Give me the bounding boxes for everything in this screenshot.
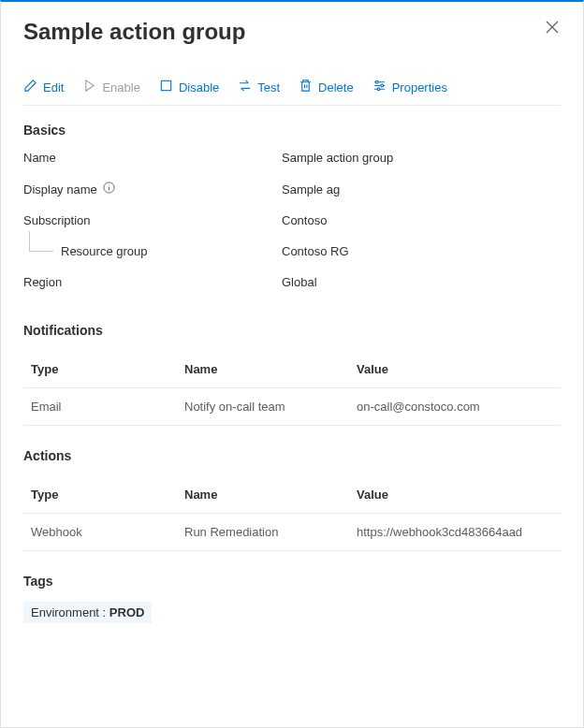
edit-label: Edit bbox=[43, 80, 64, 95]
svg-rect-0 bbox=[161, 80, 170, 90]
enable-button: Enable bbox=[82, 79, 139, 95]
basics-region-label: Region bbox=[23, 275, 282, 289]
panel-title: Sample action group bbox=[23, 19, 245, 45]
basics-subscription-label: Subscription bbox=[23, 213, 282, 227]
basics-name-value: Sample action group bbox=[282, 151, 393, 165]
basics-displayname-label: Display name bbox=[23, 182, 282, 197]
table-row[interactable]: Email Notify on-call team on-call@consto… bbox=[23, 388, 561, 426]
section-actions-title: Actions bbox=[23, 448, 561, 463]
col-value-header: Value bbox=[357, 488, 553, 502]
basics-region-value: Global bbox=[282, 275, 317, 289]
col-value-header: Value bbox=[357, 362, 553, 376]
tag-key: Environment bbox=[31, 605, 99, 619]
svg-point-3 bbox=[377, 88, 380, 91]
trash-icon bbox=[299, 79, 313, 95]
svg-point-1 bbox=[375, 80, 378, 83]
action-type: Webhook bbox=[31, 525, 184, 539]
info-icon[interactable] bbox=[103, 182, 115, 197]
sliders-icon bbox=[372, 79, 387, 95]
basics-displayname-value: Sample ag bbox=[282, 182, 340, 197]
properties-label: Properties bbox=[392, 80, 447, 95]
action-value: https://webhook3cd483664aad bbox=[357, 525, 553, 539]
basics-resourcegroup-label: Resource group bbox=[23, 244, 282, 258]
stop-icon bbox=[159, 79, 173, 95]
section-basics-title: Basics bbox=[23, 123, 561, 138]
col-name-header: Name bbox=[184, 362, 357, 376]
notification-name: Notify on-call team bbox=[184, 400, 357, 414]
col-name-header: Name bbox=[184, 488, 357, 502]
disable-button[interactable]: Disable bbox=[159, 79, 219, 95]
notifications-table: Type Name Value Email Notify on-call tea… bbox=[23, 351, 561, 426]
section-tags-title: Tags bbox=[23, 574, 561, 589]
action-name: Run Remediation bbox=[184, 525, 357, 539]
tag-chip[interactable]: Environment : PROD bbox=[23, 602, 152, 623]
test-button[interactable]: Test bbox=[238, 79, 280, 95]
actions-header: Type Name Value bbox=[23, 476, 561, 514]
pencil-icon bbox=[23, 79, 37, 95]
basics-subscription-value: Contoso bbox=[282, 213, 327, 227]
tag-sep: : bbox=[99, 605, 110, 619]
swap-icon bbox=[238, 79, 252, 95]
properties-button[interactable]: Properties bbox=[372, 79, 447, 95]
notification-type: Email bbox=[31, 400, 184, 414]
disable-label: Disable bbox=[179, 80, 219, 95]
table-row[interactable]: Webhook Run Remediation https://webhook3… bbox=[23, 514, 561, 551]
col-type-header: Type bbox=[31, 362, 184, 376]
test-label: Test bbox=[257, 80, 280, 95]
close-button[interactable] bbox=[544, 19, 561, 38]
play-icon bbox=[82, 79, 96, 95]
edit-button[interactable]: Edit bbox=[23, 79, 64, 95]
delete-button[interactable]: Delete bbox=[299, 79, 354, 95]
delete-label: Delete bbox=[318, 80, 354, 95]
close-icon bbox=[546, 22, 559, 36]
notification-value: on-call@constoco.com bbox=[357, 400, 553, 414]
basics-name-label: Name bbox=[23, 151, 282, 165]
actions-table: Type Name Value Webhook Run Remediation … bbox=[23, 476, 561, 551]
tag-value: PROD bbox=[110, 605, 145, 619]
notifications-header: Type Name Value bbox=[23, 351, 561, 388]
section-notifications-title: Notifications bbox=[23, 323, 561, 338]
basics-resourcegroup-value: Contoso RG bbox=[282, 244, 349, 258]
tree-connector-icon bbox=[29, 231, 53, 252]
svg-point-2 bbox=[381, 84, 384, 87]
col-type-header: Type bbox=[31, 488, 184, 502]
enable-label: Enable bbox=[102, 80, 139, 95]
toolbar: Edit Enable Disable Test Delete bbox=[23, 79, 561, 106]
